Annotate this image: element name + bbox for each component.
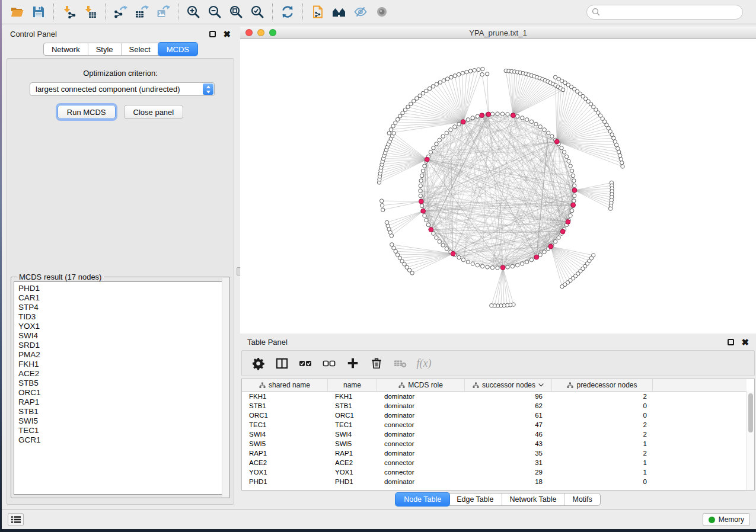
refresh-icon (280, 5, 295, 19)
toggle-panel-split-button[interactable] (273, 354, 291, 372)
mcds-result-item[interactable]: STB1 (14, 407, 227, 416)
gear-icon (251, 357, 265, 370)
export-image-icon (156, 5, 170, 19)
zoom-out-button[interactable] (204, 2, 225, 22)
mcds-result-item[interactable]: ACE2 (14, 369, 227, 379)
export-table-button[interactable] (131, 2, 152, 22)
table-cell: ACE2 (242, 459, 328, 466)
table-cell: connector (377, 459, 465, 466)
import-network-button[interactable] (58, 2, 79, 22)
table-panel: Table Panel ✖ (240, 335, 756, 508)
tab-network[interactable]: Network (44, 43, 88, 55)
table-row[interactable]: SWI5SWI5connector431 (242, 439, 747, 448)
table-row[interactable]: YOX1YOX1connector291 (242, 467, 747, 477)
table-row[interactable]: STB1STB1dominator620 (242, 401, 747, 411)
table-row[interactable]: FKH1FKH1dominator962 (242, 392, 747, 401)
criterion-select[interactable]: largest connected component (undirected) (30, 82, 215, 96)
select-all-rows-button[interactable] (296, 354, 314, 372)
column-header-predecessor-nodes[interactable]: predecessor nodes (552, 379, 653, 391)
mcds-result-item[interactable]: PMA2 (14, 350, 227, 360)
tab-select[interactable]: Select (122, 43, 159, 55)
show-all-button[interactable] (371, 2, 393, 22)
mcds-result-item[interactable]: SRD1 (14, 341, 227, 350)
column-header-mcds-role[interactable]: MCDS role (377, 379, 465, 391)
graph-nodes[interactable] (377, 67, 624, 307)
run-mcds-button[interactable]: Run MCDS (58, 105, 116, 119)
zoom-in-button[interactable] (183, 2, 204, 22)
export-image-button[interactable] (152, 2, 174, 22)
mcds-result-item[interactable]: RAP1 (14, 398, 227, 407)
table-row[interactable]: SWI4SWI4dominator462 (242, 430, 747, 439)
mcds-result-item[interactable]: SWI5 (14, 416, 227, 426)
zoom-fit-button[interactable] (225, 2, 247, 22)
mcds-result-item[interactable]: STP4 (14, 303, 227, 312)
hide-selected-button[interactable] (350, 2, 371, 22)
zoom-selected-button[interactable] (247, 2, 268, 22)
close-panel-button[interactable]: ✖ (223, 31, 231, 37)
mcds-result-item[interactable]: PHD1 (14, 284, 227, 293)
close-table-panel-button[interactable]: ✖ (741, 339, 749, 345)
tab-style[interactable]: Style (88, 43, 122, 55)
close-panel-button-secondary[interactable]: Close panel (124, 105, 184, 119)
deselect-all-rows-button[interactable] (320, 354, 338, 372)
first-neighbors-button[interactable] (328, 2, 350, 22)
table-row[interactable]: RAP1RAP1dominator352 (242, 448, 747, 458)
delete-table-button[interactable] (391, 354, 409, 372)
table-row[interactable]: PHD1PHD1dominator180 (242, 477, 747, 486)
delete-columns-button[interactable] (368, 354, 385, 372)
memory-button[interactable]: Memory (703, 513, 750, 526)
tab-motifs[interactable]: Motifs (564, 493, 599, 505)
network-window-titlebar[interactable]: YPA_prune.txt_1 (240, 27, 756, 39)
column-header-successor-nodes[interactable]: successor nodes (465, 379, 552, 391)
network-canvas[interactable] (240, 39, 756, 334)
table-cell: dominator (377, 412, 465, 419)
mcds-list-scrollbar[interactable] (222, 278, 229, 497)
refresh-view-button[interactable] (277, 2, 298, 22)
table-row[interactable]: TEC1TEC1connector472 (242, 420, 747, 430)
tab-network-table[interactable]: Network Table (502, 493, 565, 505)
float-panel-button[interactable] (209, 31, 216, 37)
table-row[interactable]: ORC1ORC1dominator610 (242, 411, 747, 420)
search-input[interactable] (586, 5, 743, 20)
open-file-button[interactable] (7, 2, 28, 22)
mcds-result-item[interactable]: STB5 (14, 379, 227, 388)
mcds-result-item[interactable]: SWI4 (14, 331, 227, 341)
table-cell: 46 (465, 431, 552, 438)
table-scrollbar-thumb[interactable] (748, 393, 753, 432)
shared-column-icon (567, 382, 573, 389)
network-document-button[interactable] (307, 2, 328, 22)
mcds-result-item[interactable]: YOX1 (14, 322, 227, 331)
mcds-result-item[interactable]: ORC1 (14, 388, 227, 398)
network-graph[interactable] (240, 39, 756, 334)
add-column-button[interactable] (344, 354, 362, 372)
mcds-result-item[interactable]: TID3 (14, 312, 227, 322)
mcds-result-item[interactable]: GCR1 (14, 435, 227, 445)
toolbar-separator (53, 4, 54, 20)
criterion-selected-value: largest connected component (undirected) (36, 85, 180, 94)
function-builder-button[interactable]: f(x) (415, 354, 433, 372)
table-cell: SWI5 (242, 440, 328, 447)
column-header-shared-name[interactable]: shared name (242, 379, 328, 391)
tab-node-table[interactable]: Node Table (395, 493, 449, 506)
table-cell: connector (377, 440, 465, 447)
table-scrollbar[interactable] (747, 392, 754, 490)
import-table-button[interactable] (79, 2, 101, 22)
table-cell: PHD1 (242, 478, 328, 485)
table-cell: SWI5 (328, 440, 377, 447)
table-cell: STB1 (242, 402, 328, 409)
mcds-result-item[interactable]: TEC1 (14, 426, 227, 435)
table-settings-button[interactable] (249, 354, 267, 372)
mcds-result-list[interactable]: PHD1CAR1STP4TID3YOX1SWI4SRD1PMA2FKH1ACE2… (14, 281, 227, 495)
task-history-button[interactable] (8, 513, 24, 526)
table-cell: 35 (465, 450, 552, 457)
save-session-button[interactable] (28, 2, 49, 22)
tab-edge-table[interactable]: Edge Table (449, 493, 502, 505)
mcds-result-item[interactable]: FKH1 (14, 360, 227, 369)
tab-mcds[interactable]: MCDS (158, 43, 197, 56)
float-table-panel-button[interactable] (728, 339, 734, 345)
column-header-name[interactable]: name (328, 379, 377, 391)
export-network-button[interactable] (110, 2, 131, 22)
mcds-result-item[interactable]: CAR1 (14, 293, 227, 303)
table-row[interactable]: ACE2ACE2connector311 (242, 458, 747, 467)
table-cell: 2 (552, 393, 653, 400)
